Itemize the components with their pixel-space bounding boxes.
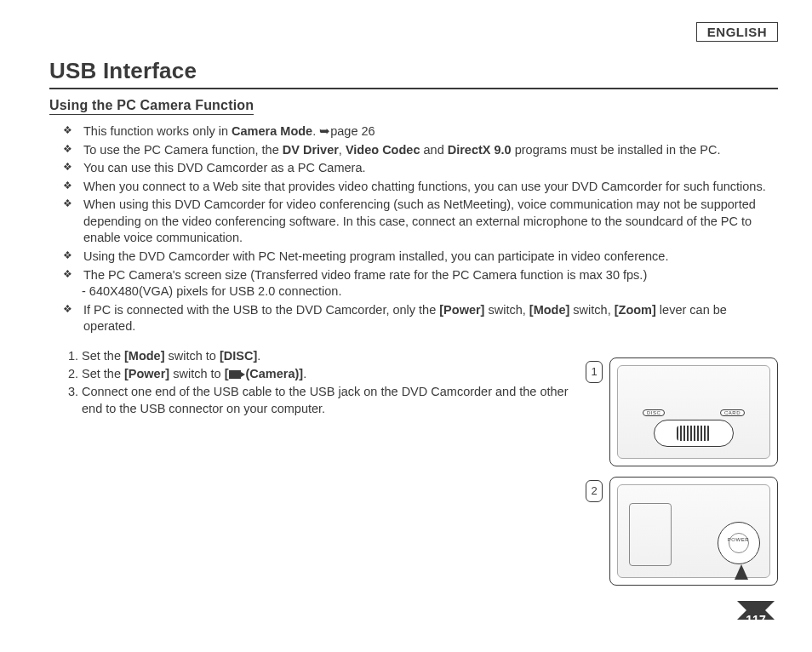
manual-page: ENGLISH USB Interface Using the PC Camer…: [0, 0, 812, 652]
bullet-item: The PC Camera's screen size (Transferred…: [68, 267, 778, 300]
arrow-icon: ➥: [319, 124, 330, 138]
language-badge: ENGLISH: [696, 22, 778, 42]
bullet-item: When you connect to a Web site that prov…: [68, 179, 778, 196]
figure-illustration: POWER: [609, 477, 778, 586]
panel-icon: [629, 503, 672, 566]
figure-1: 1 DISC CARD: [609, 357, 778, 466]
figure-number-badge: 2: [586, 480, 603, 502]
step-item: Connect one end of the USB cable to the …: [82, 383, 584, 417]
figure-2: 2 POWER: [609, 477, 778, 586]
step-item: Set the [Mode] switch to [DISC].: [82, 347, 584, 364]
disc-label: DISC: [643, 409, 665, 416]
up-arrow-icon: [735, 564, 748, 580]
page-number-badge: 117: [737, 601, 775, 638]
section-subtitle: Using the PC Camera Function: [49, 98, 254, 115]
step-list: Set the [Mode] switch to [DISC]. Set the…: [61, 347, 584, 417]
figure-number-badge: 1: [586, 361, 603, 383]
power-label: POWER: [728, 537, 749, 542]
bullet-item: When using this DVD Camcorder for video …: [68, 197, 778, 247]
page-title: USB Interface: [49, 58, 778, 89]
bullet-item: If PC is connected with the USB to the D…: [68, 302, 778, 335]
bullet-item: You can use this DVD Camcorder as a PC C…: [68, 160, 778, 177]
card-label: CARD: [720, 409, 745, 416]
bullet-item: To use the PC Camera function, the DV Dr…: [68, 142, 778, 159]
figure-group: 1 DISC CARD 2 POWER: [609, 357, 778, 596]
figure-illustration: DISC CARD: [609, 357, 778, 466]
sub-bullet: 640X480(VGA) pixels for USB 2.0 connecti…: [83, 283, 778, 300]
bullet-list: This function works only in Camera Mode.…: [68, 123, 778, 335]
bullet-item: This function works only in Camera Mode.…: [68, 123, 778, 140]
power-dial-icon: [718, 522, 760, 564]
page-number: 117: [737, 601, 775, 638]
camera-icon: [229, 370, 241, 379]
bullet-item: Using the DVD Camcorder with PC Net-meet…: [68, 249, 778, 266]
mode-switch-icon: [654, 420, 734, 447]
step-item: Set the [Power] switch to [ (Camera)].: [82, 365, 584, 382]
